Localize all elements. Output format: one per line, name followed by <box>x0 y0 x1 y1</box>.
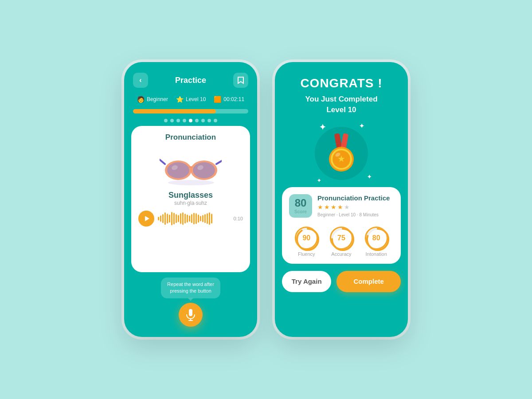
fluency-metric: 90 Fluency <box>295 227 318 257</box>
congrats-section: CONGRATS ! You Just Completed Level 10 <box>275 62 408 122</box>
svg-point-9 <box>168 180 214 185</box>
mic-button[interactable] <box>179 303 203 327</box>
complete-button[interactable]: Complete <box>336 271 401 292</box>
play-button[interactable] <box>138 211 154 227</box>
dot-9[interactable] <box>214 119 217 122</box>
dot-4[interactable] <box>183 119 186 122</box>
pronunciation-card: Pronunciation <box>131 126 250 272</box>
accuracy-circle: 75 <box>330 227 353 250</box>
accuracy-label: Accuracy <box>331 251 351 257</box>
result-title: Pronunciation Practice <box>317 194 394 202</box>
medal-svg: ★ <box>321 133 361 173</box>
try-again-button[interactable]: Try Again <box>282 271 331 292</box>
score-label: Score <box>293 209 308 214</box>
left-header: ‹ Practice <box>124 62 257 93</box>
progress-bar-bg <box>133 109 248 113</box>
congrats-title: CONGRATS ! <box>286 76 397 90</box>
intonation-circle: 80 <box>365 227 388 250</box>
dot-1[interactable] <box>164 119 168 122</box>
star-stat: ⭐ Level 10 <box>176 96 206 103</box>
practice-title: Practice <box>175 76 206 85</box>
hint-bubble: Repeat the word afterpressing the button <box>161 278 220 298</box>
svg-point-3 <box>193 162 215 178</box>
svg-rect-10 <box>189 309 192 316</box>
result-meta: Beginner · Level 10 · 8 Minutes <box>317 212 394 217</box>
fluency-label: Fluency <box>298 251 315 257</box>
star-3: ★ <box>331 203 336 211</box>
dot-2[interactable] <box>170 119 174 122</box>
level-label: Level 10 <box>186 96 206 102</box>
word-label: Sunglasses <box>168 191 213 200</box>
card-title: Pronunciation <box>165 133 216 142</box>
congrats-line1: You Just Completed <box>305 95 377 103</box>
stats-row: 🧑 Beginner ⭐ Level 10 🟧 00:02:11 <box>124 93 257 106</box>
bottom-area: Repeat the word afterpressing the button <box>124 272 257 336</box>
score-number: 80 <box>293 198 308 208</box>
person-icon: 🧑 <box>137 96 145 103</box>
progress-bar-fill <box>133 109 216 113</box>
sparkle-bottom: ✦ <box>317 178 321 184</box>
medal-circle: ✦ ✦ ✦ ✦ ★ <box>315 127 368 180</box>
star-icon: ⭐ <box>176 96 184 103</box>
dot-5[interactable] <box>189 119 192 122</box>
left-phone: ‹ Practice 🧑 Beginner ⭐ Level 10 🟧 00:02… <box>124 62 257 337</box>
bookmark-button[interactable] <box>233 73 248 88</box>
medal-area: ✦ ✦ ✦ ✦ ★ <box>275 122 408 187</box>
level-stat: 🧑 Beginner <box>137 96 168 103</box>
sparkle-top-right: ✦ <box>359 122 364 129</box>
star-1: ★ <box>317 203 323 211</box>
timer-icon: 🟧 <box>214 96 221 103</box>
fluency-circle: 90 <box>295 227 318 250</box>
result-card: 80 Score Pronunciation Practice ★ ★ ★ ★ … <box>282 187 401 264</box>
hint-text: Repeat the word afterpressing the button <box>167 282 214 293</box>
right-phone: CONGRATS ! You Just Completed Level 10 ✦… <box>275 62 408 337</box>
intonation-metric: 80 Intonation <box>365 227 388 257</box>
timer-stat: 🟧 00:02:11 <box>214 96 244 103</box>
result-info: Pronunciation Practice ★ ★ ★ ★ ★ Beginne… <box>317 194 394 217</box>
congrats-line2: Level 10 <box>326 106 356 114</box>
intonation-label: Intonation <box>365 251 387 257</box>
score-badge: 80 Score <box>289 194 312 218</box>
svg-line-5 <box>160 160 165 164</box>
dot-3[interactable] <box>176 119 180 122</box>
svg-point-1 <box>167 162 189 178</box>
sparkle-top-left: ✦ <box>319 122 326 132</box>
stars-row: ★ ★ ★ ★ ★ <box>317 203 394 211</box>
sunglasses-image <box>160 147 222 187</box>
beginner-label: Beginner <box>147 96 168 102</box>
result-header: 80 Score Pronunciation Practice ★ ★ ★ ★ … <box>289 194 394 218</box>
phonetic-label: suhn·gla·suhz <box>174 200 207 206</box>
star-5: ★ <box>344 203 350 211</box>
dots-row <box>124 115 257 126</box>
play-icon <box>145 216 149 221</box>
waveform <box>158 211 230 227</box>
accuracy-metric: 75 Accuracy <box>330 227 353 257</box>
star-2: ★ <box>324 203 330 211</box>
star-4: ★ <box>337 203 343 211</box>
svg-point-21 <box>297 229 318 250</box>
svg-line-6 <box>216 160 222 164</box>
sparkle-right: ✦ <box>367 174 372 180</box>
dot-7[interactable] <box>201 119 205 122</box>
dot-8[interactable] <box>207 119 211 122</box>
progress-bar-container <box>124 106 257 115</box>
action-buttons: Try Again Complete <box>275 264 408 301</box>
dot-6[interactable] <box>195 119 199 122</box>
audio-time: 0:10 <box>234 216 243 221</box>
back-button[interactable]: ‹ <box>133 73 148 88</box>
congrats-subtitle: You Just Completed Level 10 <box>286 94 397 115</box>
audio-row: 0:10 <box>138 211 243 227</box>
metrics-row: 90 Fluency 75 Accuracy <box>289 223 394 257</box>
timer-label: 00:02:11 <box>223 96 244 102</box>
